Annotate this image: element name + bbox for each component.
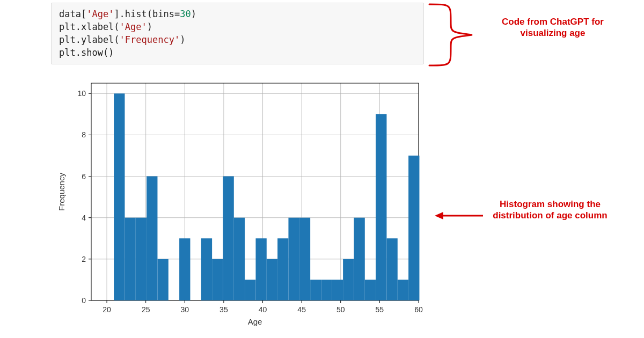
code-line-3: plt.ylabel('Frequency') bbox=[59, 34, 185, 45]
x-tick-label: 45 bbox=[297, 305, 306, 314]
hist-bar bbox=[267, 259, 277, 300]
hist-bar bbox=[125, 218, 135, 300]
x-tick-label: 20 bbox=[103, 305, 111, 314]
x-tick-label: 30 bbox=[180, 305, 189, 314]
code-line-2: plt.xlabel('Age') bbox=[59, 21, 152, 32]
hist-bar bbox=[398, 280, 408, 300]
hist-bar bbox=[365, 280, 376, 300]
hist-bar bbox=[299, 218, 310, 300]
x-tick-label: 60 bbox=[414, 305, 423, 314]
hist-bar bbox=[157, 259, 168, 300]
x-tick-label: 55 bbox=[376, 305, 384, 314]
svg-marker-1 bbox=[435, 212, 443, 219]
hist-bar bbox=[245, 280, 255, 300]
hist-bar bbox=[147, 177, 157, 300]
code-line-1: data['Age'].hist(bins=30) bbox=[59, 9, 196, 19]
hist-bar bbox=[386, 238, 397, 300]
hist-bar bbox=[201, 238, 212, 300]
hist-bar bbox=[277, 238, 288, 300]
histogram-chart: 2025303540455055600246810 Frequency Age bbox=[51, 75, 424, 327]
hist-bar bbox=[255, 238, 266, 300]
hist-bar bbox=[408, 156, 419, 300]
x-tick-label: 25 bbox=[142, 305, 150, 314]
hist-bar bbox=[179, 238, 190, 300]
x-tick-label: 40 bbox=[259, 305, 267, 314]
y-tick-label: 4 bbox=[82, 214, 86, 222]
x-tick-label: 35 bbox=[219, 305, 228, 314]
brace-icon bbox=[427, 0, 483, 70]
x-axis-label: Age bbox=[248, 317, 262, 326]
hist-bar bbox=[332, 280, 343, 300]
hist-bar bbox=[114, 93, 125, 300]
hist-bar bbox=[288, 218, 299, 300]
hist-bar bbox=[343, 259, 354, 300]
y-axis-label: Frequency bbox=[57, 173, 66, 211]
code-line-4: plt.show() bbox=[59, 47, 114, 58]
hist-bar bbox=[310, 280, 321, 300]
y-tick-label: 10 bbox=[77, 89, 86, 98]
hist-bar bbox=[321, 280, 332, 300]
hist-bar bbox=[234, 218, 245, 300]
y-tick-label: 0 bbox=[82, 296, 86, 305]
y-tick-label: 8 bbox=[82, 130, 86, 139]
arrow-left-icon bbox=[435, 210, 483, 221]
annotation-histogram: Histogram showing the distribution of ag… bbox=[480, 199, 620, 222]
hist-bar bbox=[223, 177, 233, 300]
y-tick-label: 6 bbox=[82, 172, 86, 181]
hist-bar bbox=[136, 218, 147, 300]
annotation-code: Code from ChatGPT for visualizing age bbox=[486, 16, 620, 39]
hist-bar bbox=[354, 218, 364, 300]
hist-bar bbox=[376, 114, 386, 300]
code-cell: data['Age'].hist(bins=30) plt.xlabel('Ag… bbox=[51, 3, 424, 64]
x-tick-label: 50 bbox=[336, 305, 345, 314]
y-tick-label: 2 bbox=[82, 255, 86, 263]
hist-bar bbox=[212, 259, 223, 300]
